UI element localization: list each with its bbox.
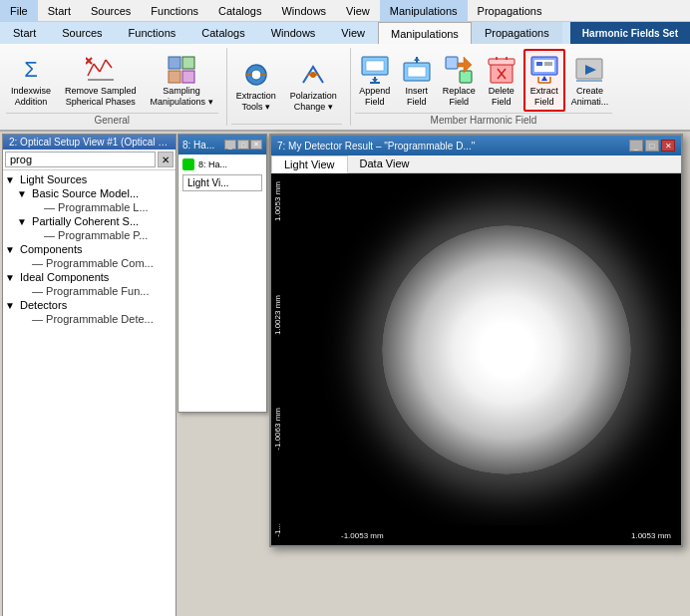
sec-maximize-btn[interactable]: □ [237, 140, 249, 150]
panel-search-clear[interactable]: ✕ [158, 152, 173, 167]
menu-view[interactable]: View [336, 0, 380, 21]
btn-extract-label: ExtractField [530, 86, 558, 108]
left-panel: 2: Optical Setup View #1 (Optical Se... … [2, 134, 176, 616]
sec-close-btn[interactable]: ✕ [250, 140, 262, 150]
menu-propagations[interactable]: Propagations [468, 0, 552, 21]
extraction-icon [240, 59, 272, 91]
menu-catalogs[interactable]: Catalogs [208, 0, 271, 21]
tree-children-basic-source: — Programmable L... [17, 200, 173, 214]
chart-content: -1.0053 mm 1.0053 mm [331, 173, 681, 545]
tree-item-components[interactable]: ▼ Components [5, 242, 173, 256]
btn-replace-field[interactable]: ReplaceField [439, 50, 480, 112]
det-close-btn[interactable]: ✕ [661, 140, 675, 152]
svg-rect-8 [182, 57, 194, 69]
y-label-top: 1.0053 mm [273, 181, 329, 221]
sec-title-text: 8: Ha... [182, 140, 223, 151]
ribbon-group-general: Σ IndexwiseAddition [6, 48, 227, 126]
tree-item-programmable-det[interactable]: — Programmable Dete... [17, 312, 173, 326]
tree-item-programmable-com[interactable]: — Programmable Com... [17, 256, 173, 270]
group-general-label: General [6, 113, 218, 126]
tree-children-ideal-components: — Programmable Fun... [5, 284, 173, 298]
tree-item-light-sources[interactable]: ▼ Light Sources [5, 172, 173, 186]
menu-bar: File Start Sources Functions Catalogs Wi… [0, 0, 690, 22]
tree-item-partially-coherent[interactable]: ▼ Partially Coherent S... [17, 214, 173, 228]
tab-start[interactable]: Start [0, 22, 49, 44]
btn-create-animation[interactable]: CreateAnimati... [567, 50, 613, 112]
btn-indexwise-addition[interactable]: Σ IndexwiseAddition [6, 50, 56, 112]
tree-children-partially-coherent: — Programmable P... [17, 228, 173, 242]
expand-icon: ▼ [5, 174, 17, 185]
sec-title-bar: 8: Ha... _ □ ✕ [178, 135, 266, 154]
tab-sources[interactable]: Sources [49, 22, 115, 44]
btn-sampling-label: SamplingManipulations ▾ [151, 86, 213, 108]
menu-functions[interactable]: Functions [141, 0, 208, 21]
svg-point-15 [310, 72, 316, 78]
y-label-mid-lower: -1.0063 mm [273, 408, 329, 451]
insert-icon [401, 54, 433, 86]
expand-icon: ▼ [17, 216, 29, 227]
indexwise-icon: Σ [15, 54, 47, 86]
svg-rect-22 [408, 67, 426, 77]
group-member-harmonic-label: Member Harmonic Field [355, 113, 613, 126]
tree-item-label: Ideal Components [20, 271, 109, 283]
btn-sampling[interactable]: SamplingManipulations ▾ [146, 50, 218, 112]
x-label-right: 1.0053 mm [631, 531, 671, 540]
y-label-bottom: -1... [273, 523, 329, 537]
det-tab-light-view[interactable]: Light View [271, 155, 348, 173]
sec-tab-light-view[interactable]: Light Vi... [182, 174, 262, 191]
det-tab-data-view[interactable]: Data View [348, 155, 422, 172]
btn-extract-field[interactable]: ExtractField [523, 49, 565, 113]
tree-item-programmable-fun[interactable]: — Programmable Fun... [17, 284, 173, 298]
tree-children-detectors: — Programmable Dete... [5, 312, 173, 326]
tree-item-label: — Programmable Com... [32, 257, 154, 269]
panel-search-input[interactable] [5, 152, 156, 167]
btn-insert-field[interactable]: InsertField [397, 50, 437, 112]
harmonic-fields-set-title: Harmonic Fields Set [570, 22, 690, 44]
tree-item-ideal-components[interactable]: ▼ Ideal Components [5, 270, 173, 284]
det-title-text: 7: My Detector Result – "Programmable D.… [277, 141, 627, 152]
ribbon-group-member-harmonic: AppendField InsertField [355, 48, 613, 126]
btn-polarization-label: PolarizationChange ▾ [290, 91, 337, 113]
y-label-mid-upper: 1.0023 mm [273, 295, 329, 335]
tree-view: ▼ Light Sources ▼ Basic Source Model... … [3, 170, 175, 616]
tree-item-programmable-l[interactable]: — Programmable L... [29, 200, 173, 214]
sec-status-indicator [182, 158, 194, 170]
det-minimize-btn[interactable]: _ [629, 140, 643, 152]
tab-propagations[interactable]: Propagations [472, 22, 562, 44]
tree-item-detectors[interactable]: ▼ Detectors [5, 298, 173, 312]
sec-label: 8: Ha... [198, 159, 227, 169]
btn-extraction[interactable]: ExtractionTools ▾ [231, 55, 281, 117]
tree-item-label: Basic Source Model... [32, 187, 139, 199]
btn-append-label: AppendField [359, 86, 390, 108]
svg-rect-9 [169, 71, 180, 83]
remove-sampled-icon [85, 54, 117, 86]
tab-view[interactable]: View [328, 22, 378, 44]
menu-windows[interactable]: Windows [271, 0, 336, 21]
btn-delete-field[interactable]: DeleteField [482, 50, 521, 112]
btn-append-field[interactable]: AppendField [355, 50, 395, 112]
polarization-icon [297, 59, 329, 91]
btn-remove-sampled[interactable]: Remove SampledSpherical Phases [60, 50, 142, 112]
menu-sources[interactable]: Sources [81, 0, 141, 21]
tree-children-light-sources: ▼ Basic Source Model... — Programmable L… [5, 186, 173, 242]
btn-polarization[interactable]: PolarizationChange ▾ [285, 55, 342, 117]
panel-search-bar: ✕ [3, 150, 175, 170]
menu-manipulations[interactable]: Manipulations [380, 0, 468, 21]
btn-replace-label: ReplaceField [443, 86, 476, 108]
tree-item-basic-source[interactable]: ▼ Basic Source Model... [17, 186, 173, 200]
main-area: 2: Optical Setup View #1 (Optical Se... … [0, 132, 690, 616]
replace-icon [443, 54, 475, 86]
tab-windows[interactable]: Windows [258, 22, 329, 44]
det-maximize-btn[interactable]: □ [645, 140, 659, 152]
expand-icon: ▼ [5, 244, 17, 255]
menu-file[interactable]: File [0, 0, 38, 21]
btn-create-anim-label: CreateAnimati... [571, 86, 609, 108]
tree-item-programmable-p[interactable]: — Programmable P... [29, 228, 173, 242]
btn-remove-sampled-label: Remove SampledSpherical Phases [65, 86, 137, 108]
tab-catalogs[interactable]: Catalogs [188, 22, 257, 44]
tab-functions[interactable]: Functions [116, 22, 189, 44]
app-container: File Start Sources Functions Catalogs Wi… [0, 0, 690, 616]
tab-manipulations[interactable]: Manipulations [378, 22, 472, 44]
sec-minimize-btn[interactable]: _ [224, 140, 236, 150]
menu-start[interactable]: Start [38, 0, 81, 21]
